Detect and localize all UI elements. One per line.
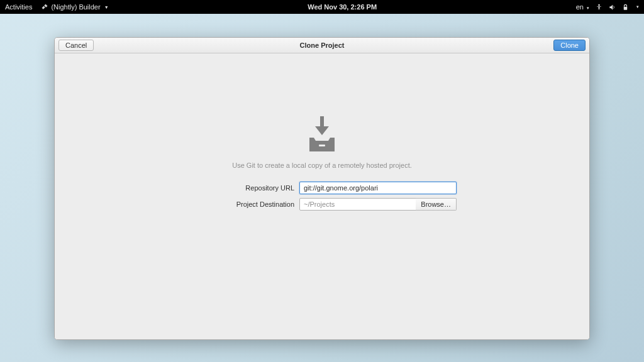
window-title: Clone Project	[55, 41, 589, 49]
clone-button[interactable]: Clone	[553, 40, 586, 51]
hammer-icon	[41, 3, 48, 11]
headerbar: Cancel Clone Project Clone	[55, 38, 589, 53]
subtitle-text: Use Git to create a local copy of a remo…	[232, 162, 412, 169]
volume-icon[interactable]	[609, 4, 616, 11]
app-name: (Nightly) Builder	[51, 3, 100, 11]
accessibility-icon[interactable]	[596, 4, 602, 11]
app-menu[interactable]: (Nightly) Builder ▼	[41, 3, 108, 11]
svg-point-0	[598, 4, 600, 6]
svg-rect-1	[624, 6, 628, 9]
repository-url-label: Repository URL	[187, 184, 294, 192]
clone-project-window: Cancel Clone Project Clone Use Git to cr…	[54, 37, 590, 340]
lock-icon[interactable]	[622, 4, 629, 11]
project-destination-input[interactable]	[299, 198, 416, 211]
repository-url-input[interactable]	[299, 182, 457, 194]
gnome-topbar: Activities (Nightly) Builder ▼ Wed Nov 3…	[0, 0, 644, 14]
cancel-button[interactable]: Cancel	[58, 40, 94, 51]
chevron-down-icon: ▼	[104, 5, 109, 9]
activities-button[interactable]: Activities	[5, 3, 32, 11]
chevron-down-icon[interactable]: ▾	[636, 4, 639, 9]
download-box-icon	[308, 115, 336, 153]
input-language-indicator[interactable]: en ▾	[576, 3, 589, 11]
project-destination-label: Project Destination	[187, 200, 294, 208]
clock[interactable]: Wed Nov 30, 2:26 PM	[109, 3, 576, 11]
content-area: Use Git to create a local copy of a remo…	[55, 53, 589, 339]
browse-button[interactable]: Browse…	[416, 198, 457, 211]
chevron-down-icon: ▾	[587, 6, 589, 10]
clone-form: Repository URL Project Destination Brows…	[187, 182, 457, 211]
